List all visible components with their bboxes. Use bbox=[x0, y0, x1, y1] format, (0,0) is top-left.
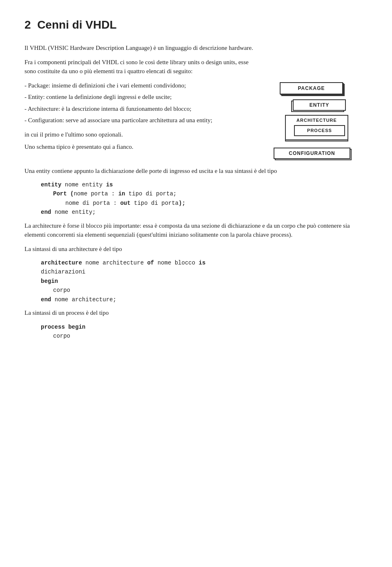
package-box: PACKAGE bbox=[280, 82, 343, 94]
intro-paragraph-1: Il VHDL (VHSIC Hardware Description Lang… bbox=[24, 43, 368, 53]
arch-code-line5: end nome architecture; bbox=[41, 295, 368, 304]
arch-code-line1: architecture nome architecture of nome b… bbox=[41, 258, 368, 267]
process-code-line2: corpo bbox=[53, 332, 368, 341]
configuration-diagram-group: CONFIGURATION bbox=[274, 148, 355, 159]
schema-note: Uno schema tipico è presentato qui a fia… bbox=[24, 142, 261, 152]
arch-code-line2: dichiarazioni bbox=[41, 267, 368, 276]
entity-code-line2: Port (nome porta : in tipo di porta; bbox=[53, 189, 368, 198]
entity-code-line4: end nome entity; bbox=[41, 208, 368, 217]
architecture-note2: La sintassi di una architecture è del ti… bbox=[24, 244, 368, 254]
full-width-section: Una entity contiene appunto la dichiaraz… bbox=[24, 166, 368, 341]
entity-diagram-group: ENTITY bbox=[280, 99, 349, 111]
package-diagram-group: PACKAGE bbox=[280, 82, 349, 94]
arch-code-line3: begin bbox=[41, 277, 368, 286]
list-item: Architecture: è la descrizione interna d… bbox=[24, 104, 261, 114]
bullet-list: Package: insieme di definizioni che i va… bbox=[24, 81, 261, 125]
main-content-area: Fra i componenti principali del VHDL ci … bbox=[24, 58, 368, 159]
intro-paragraph-2: Fra i componenti principali del VHDL ci … bbox=[24, 58, 261, 76]
diagram-column: PACKAGE ENTITY ARCHITECTURE PROCESS bbox=[270, 82, 359, 159]
architecture-diagram-group: ARCHITECTURE PROCESS bbox=[278, 115, 351, 140]
architecture-box: ARCHITECTURE PROCESS bbox=[285, 115, 348, 140]
entity-intro: Una entity contiene appunto la dichiaraz… bbox=[24, 166, 368, 176]
text-column: Fra i componenti principali del VHDL ci … bbox=[24, 58, 261, 159]
entity-code-block: entity nome entity is Port (nome porta :… bbox=[41, 180, 368, 217]
entity-code-line1: entity nome entity is bbox=[41, 180, 368, 189]
arch-code-line4: corpo bbox=[53, 286, 368, 295]
architecture-label: ARCHITECTURE bbox=[286, 116, 347, 125]
entity-code-line3: nome di porta : out tipo di porta); bbox=[65, 199, 368, 208]
list-item: Entity: contiene la definizione degli in… bbox=[24, 92, 261, 102]
architecture-intro: La architecture è forse il blocco più im… bbox=[24, 221, 368, 240]
process-code-line1: process begin bbox=[41, 323, 368, 332]
entity-box: ENTITY bbox=[293, 99, 346, 111]
configuration-box: CONFIGURATION bbox=[274, 148, 350, 159]
entity-keyword: entity bbox=[41, 182, 61, 188]
list-item: Configuration: serve ad associare una pa… bbox=[24, 116, 261, 125]
process-intro: La sintassi di un process è del tipo bbox=[24, 308, 368, 318]
chapter-title: 2 Cenni di VHDL bbox=[24, 16, 368, 34]
process-code-block: process begin corpo bbox=[41, 323, 368, 341]
list-item: Package: insieme di definizioni che i va… bbox=[24, 81, 261, 90]
optional-note: in cui il primo e l'ultimo sono opzional… bbox=[24, 130, 261, 139]
process-box: PROCESS bbox=[294, 125, 345, 136]
architecture-code-block: architecture nome architecture of nome b… bbox=[41, 258, 368, 304]
